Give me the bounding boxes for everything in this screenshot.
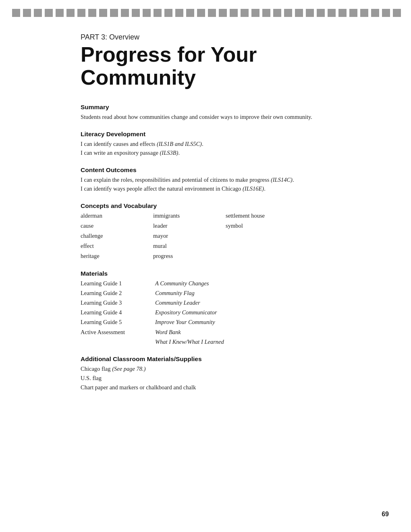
part-label: PART 3: Overview [81, 33, 330, 42]
summary-section: Summary Students read about how communit… [81, 104, 330, 121]
border-square [110, 9, 118, 17]
additional-list: Chicago flag (See page 78.)U.S. flagChar… [81, 364, 330, 393]
additional-item: Chart paper and markers or chalkboard an… [81, 383, 330, 392]
materials-value: A Community Changes [155, 279, 209, 288]
vocab-word: leader [153, 221, 226, 231]
materials-heading: Materials [81, 270, 330, 277]
border-square [273, 9, 281, 17]
vocab-word: progress [153, 251, 226, 261]
additional-item: Chicago flag (See page 78.) [81, 364, 330, 374]
border-square [175, 9, 183, 17]
materials-value: Word Bank [155, 328, 181, 337]
page-number: 69 [382, 511, 389, 518]
border-square [132, 9, 140, 17]
border-square [295, 9, 303, 17]
content-line2: I can identify ways people affect the na… [81, 185, 243, 192]
border-square [328, 9, 336, 17]
content-line1-italic: (ILS14C) [271, 177, 293, 183]
main-content: PART 3: Overview Progress for Your Commu… [0, 17, 411, 426]
literacy-line1-end: . [202, 141, 203, 147]
vocab-word: heritage [81, 251, 153, 261]
border-square [56, 9, 64, 17]
border-square [154, 9, 162, 17]
border-square [208, 9, 216, 17]
materials-label: Learning Guide 4 [81, 308, 155, 317]
content-section: Content Outcomes I can explain the roles… [81, 166, 330, 193]
border-square [338, 9, 347, 17]
vocab-word: settlement house [226, 211, 306, 220]
border-square [219, 9, 227, 17]
border-square [23, 9, 31, 17]
border-square [143, 9, 151, 17]
border-square [371, 9, 379, 17]
materials-label: Active Assessment [81, 328, 155, 337]
materials-row: Learning Guide 3Community Leader [81, 298, 330, 308]
literacy-line2-italic: (ILS3B) [160, 150, 179, 156]
materials-label: Learning Guide 3 [81, 298, 155, 308]
border-square [306, 9, 314, 17]
border-square [12, 9, 20, 17]
vocab-col3: settlement housesymbol [226, 211, 306, 261]
materials-table: Learning Guide 1A Community ChangesLearn… [81, 279, 330, 347]
literacy-line1-italic: (ILS1B and ILS5C) [157, 141, 202, 147]
literacy-section: Literacy Development I can identify caus… [81, 131, 330, 158]
materials-section: Materials Learning Guide 1A Community Ch… [81, 270, 330, 347]
materials-label: Learning Guide 5 [81, 318, 155, 327]
materials-value: Improve Your Community [155, 318, 215, 327]
content-line2-end: . [264, 185, 266, 192]
materials-label: Learning Guide 1 [81, 279, 155, 288]
literacy-line1: I can identify causes and effects [81, 141, 157, 147]
vocab-section: Concepts and Vocabulary aldermancausecha… [81, 202, 330, 261]
border-square [241, 9, 249, 17]
summary-body: Students read about how communities chan… [81, 112, 330, 121]
literacy-line2: I can write an expository passage [81, 150, 160, 156]
vocab-heading: Concepts and Vocabulary [81, 202, 330, 210]
vocab-word: cause [81, 221, 153, 231]
border-square [45, 9, 53, 17]
border-square [66, 9, 75, 17]
border-square [284, 9, 292, 17]
vocab-col1: aldermancausechallengeeffectheritage [81, 211, 153, 261]
border-square [317, 9, 325, 17]
materials-row: Learning Guide 5Improve Your Community [81, 318, 330, 327]
vocab-word: mural [153, 241, 226, 251]
border-square [88, 9, 96, 17]
border-square [262, 9, 270, 17]
border-square [121, 9, 129, 17]
additional-heading: Additional Classroom Materials/Supplies [81, 355, 330, 363]
vocab-col2: immigrantsleadermayormuralprogress [153, 211, 226, 261]
additional-item: U.S. flag [81, 374, 330, 383]
materials-row: Learning Guide 2Community Flag [81, 289, 330, 298]
content-line2-italic: (ILS16E) [243, 185, 264, 192]
border-square [77, 9, 85, 17]
materials-value: Expository Communicator [155, 308, 217, 317]
literacy-heading: Literacy Development [81, 131, 330, 138]
materials-row: Learning Guide 1A Community Changes [81, 279, 330, 288]
border-square [34, 9, 42, 17]
vocab-word: mayor [153, 231, 226, 241]
border-square [186, 9, 194, 17]
border-square [349, 9, 357, 17]
main-title: Progress for Your Community [81, 43, 330, 89]
border-square [360, 9, 368, 17]
vocab-word: challenge [81, 231, 153, 241]
materials-label: Learning Guide 2 [81, 289, 155, 298]
vocab-word: alderman [81, 211, 153, 220]
materials-row: Active AssessmentWord Bank [81, 328, 330, 337]
border-square [99, 9, 107, 17]
vocab-word: effect [81, 241, 153, 251]
top-border [0, 0, 411, 17]
summary-heading: Summary [81, 104, 330, 111]
border-square [197, 9, 205, 17]
content-heading: Content Outcomes [81, 166, 330, 174]
materials-row: Learning Guide 4Expository Communicator [81, 308, 330, 317]
vocab-word: symbol [226, 221, 306, 231]
content-line1-end: . [293, 177, 294, 183]
materials-value: Community Leader [155, 298, 200, 308]
literacy-line2-end: . [178, 150, 180, 156]
additional-section: Additional Classroom Materials/Supplies … [81, 355, 330, 393]
materials-value: Community Flag [155, 289, 195, 298]
content-body: I can explain the roles, responsibilitie… [81, 175, 330, 193]
vocab-grid: aldermancausechallengeeffectheritage imm… [81, 211, 330, 261]
literacy-body: I can identify causes and effects (ILS1B… [81, 139, 330, 158]
